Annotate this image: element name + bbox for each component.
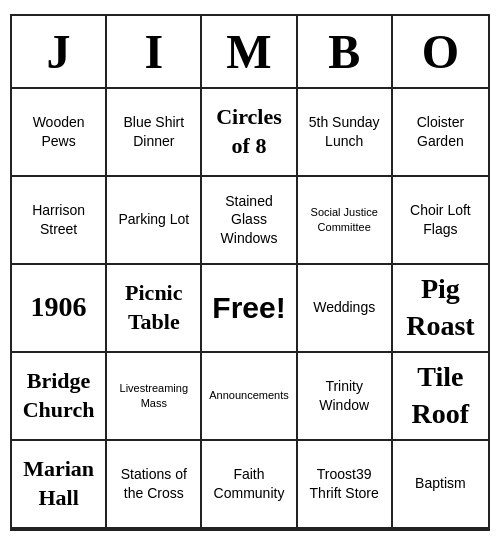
- bingo-cell[interactable]: Bridge Church: [12, 353, 107, 441]
- cell-text: Bridge Church: [16, 367, 101, 424]
- cell-text: Pig Roast: [397, 271, 484, 344]
- bingo-cell[interactable]: Harrison Street: [12, 177, 107, 265]
- bingo-cell[interactable]: Parking Lot: [107, 177, 202, 265]
- cell-text: 1906: [31, 289, 87, 325]
- bingo-cell[interactable]: Marian Hall: [12, 441, 107, 529]
- cell-text: Blue Shirt Dinner: [111, 113, 196, 149]
- bingo-cell[interactable]: Baptism: [393, 441, 488, 529]
- cell-text: Circles of 8: [206, 103, 291, 160]
- cell-text: Troost39 Thrift Store: [302, 465, 387, 501]
- bingo-cell[interactable]: Stations of the Cross: [107, 441, 202, 529]
- bingo-cell[interactable]: Social Justice Committee: [298, 177, 393, 265]
- header-letter: B: [298, 16, 393, 87]
- cell-text: Baptism: [415, 474, 466, 492]
- bingo-cell[interactable]: Blue Shirt Dinner: [107, 89, 202, 177]
- header-letter: O: [393, 16, 488, 87]
- bingo-cell[interactable]: Trinity Window: [298, 353, 393, 441]
- cell-text: Free!: [212, 288, 285, 327]
- cell-text: Parking Lot: [118, 210, 189, 228]
- bingo-cell[interactable]: Stained Glass Windows: [202, 177, 297, 265]
- bingo-cell[interactable]: Weddings: [298, 265, 393, 353]
- bingo-cell[interactable]: Wooden Pews: [12, 89, 107, 177]
- bingo-cell[interactable]: Tile Roof: [393, 353, 488, 441]
- cell-text: Wooden Pews: [16, 113, 101, 149]
- cell-text: Tile Roof: [397, 359, 484, 432]
- bingo-cell[interactable]: Faith Community: [202, 441, 297, 529]
- cell-text: Stations of the Cross: [111, 465, 196, 501]
- bingo-grid: Wooden PewsBlue Shirt DinnerCircles of 8…: [12, 89, 488, 529]
- header-letter: I: [107, 16, 202, 87]
- cell-text: Stained Glass Windows: [206, 192, 291, 247]
- bingo-cell[interactable]: Picnic Table: [107, 265, 202, 353]
- cell-text: Harrison Street: [16, 201, 101, 237]
- cell-text: Trinity Window: [302, 377, 387, 413]
- cell-text: Cloister Garden: [397, 113, 484, 149]
- cell-text: Marian Hall: [16, 455, 101, 512]
- cell-text: Weddings: [313, 298, 375, 316]
- bingo-cell[interactable]: Pig Roast: [393, 265, 488, 353]
- bingo-cell[interactable]: 1906: [12, 265, 107, 353]
- cell-text: Choir Loft Flags: [397, 201, 484, 237]
- cell-text: Announcements: [209, 388, 289, 402]
- header-letter: M: [202, 16, 297, 87]
- cell-text: 5th Sunday Lunch: [302, 113, 387, 149]
- bingo-cell[interactable]: Free!: [202, 265, 297, 353]
- bingo-cell[interactable]: Troost39 Thrift Store: [298, 441, 393, 529]
- bingo-header: JIMBO: [12, 16, 488, 89]
- bingo-cell[interactable]: 5th Sunday Lunch: [298, 89, 393, 177]
- bingo-cell[interactable]: Announcements: [202, 353, 297, 441]
- cell-text: Social Justice Committee: [302, 205, 387, 234]
- header-letter: J: [12, 16, 107, 87]
- bingo-card: JIMBO Wooden PewsBlue Shirt DinnerCircle…: [10, 14, 490, 531]
- cell-text: Picnic Table: [111, 279, 196, 336]
- bingo-cell[interactable]: Livestreaming Mass: [107, 353, 202, 441]
- bingo-cell[interactable]: Cloister Garden: [393, 89, 488, 177]
- cell-text: Faith Community: [206, 465, 291, 501]
- bingo-cell[interactable]: Choir Loft Flags: [393, 177, 488, 265]
- bingo-cell[interactable]: Circles of 8: [202, 89, 297, 177]
- cell-text: Livestreaming Mass: [111, 381, 196, 410]
